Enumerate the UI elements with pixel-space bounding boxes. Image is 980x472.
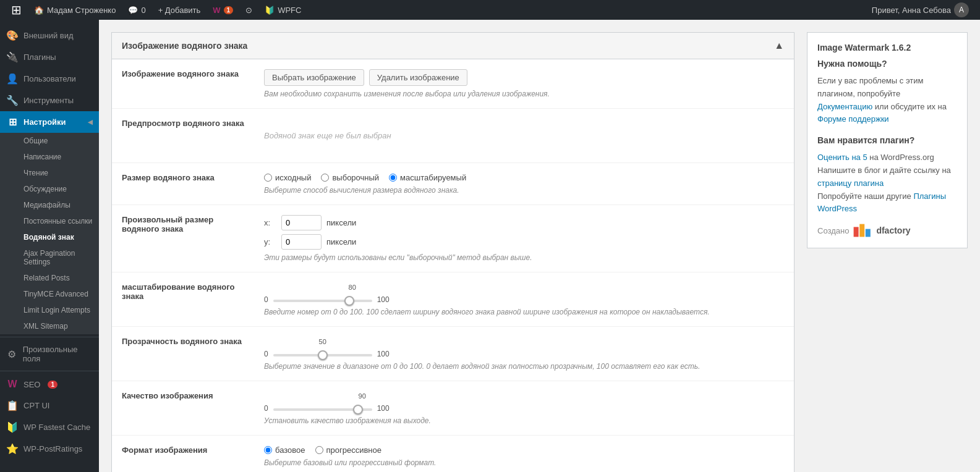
submenu-writing[interactable]: Написание	[0, 149, 99, 165]
radio-custom[interactable]: выборочный	[321, 173, 379, 182]
settings-panel: Изображение водяного знака ▲ Изображение…	[111, 32, 795, 472]
transparency-value: 50	[319, 338, 326, 345]
watermark-preview-text: Водяной знак еще не был выбран	[264, 119, 784, 153]
wpfc-link[interactable]: 🔰 WPFC	[258, 0, 307, 20]
greeting-text: Привет, Анна Себова	[872, 6, 951, 15]
radio-original[interactable]: исходный	[264, 173, 311, 182]
transparency-max: 100	[377, 350, 390, 358]
sidebar-item-users[interactable]: 👤 Пользователи	[0, 68, 99, 90]
comments-link[interactable]: 💬 0	[122, 0, 151, 20]
tools-icon: 🔧	[6, 95, 19, 106]
sidebar-item-seo[interactable]: W SEO 1	[0, 374, 99, 395]
sidebar-item-custom-fields[interactable]: ⚙ Произвольные поля	[0, 340, 99, 368]
label-scale: масштабирование водяного знака	[122, 282, 234, 301]
format-radio-group: базовое прогрессивное	[264, 445, 784, 455]
submenu-media[interactable]: Медиафайлы	[0, 197, 99, 213]
submenu-related-posts[interactable]: Related Posts	[0, 270, 99, 286]
transparency-desc: Выберите значение в диапазоне от 0 до 10…	[264, 362, 784, 371]
quality-slider-container: 90	[273, 403, 372, 413]
transparency-slider[interactable]	[273, 354, 372, 356]
quality-slider-row: 0 90 100	[264, 403, 784, 413]
submenu-limit-login[interactable]: Limit Login Attempts	[0, 302, 99, 318]
wpfc-icon: 🔰	[265, 6, 275, 15]
transparency-slider-row: 0 50 100	[264, 349, 784, 358]
scale-slider-wrap: 0 80 100	[264, 295, 784, 304]
dfactory-logo: Создано dfactory	[817, 223, 957, 238]
row-format: Формат изображения базовое	[112, 436, 794, 473]
wp-icon: ⊞	[11, 2, 22, 17]
monitor-link[interactable]: ⊙	[239, 0, 258, 20]
radio-progressive[interactable]: прогрессивное	[315, 445, 382, 455]
transparency-min: 0	[264, 350, 268, 358]
submenu-reading[interactable]: Чтение	[0, 165, 99, 181]
submenu-general[interactable]: Общие	[0, 133, 99, 149]
postratings-icon: ⭐	[6, 443, 19, 455]
sidebar-item-plugins[interactable]: 🔌 Плагины	[0, 46, 99, 68]
x-input-row: x: пиксели	[264, 215, 784, 230]
radio-scale[interactable]: масштабируемый	[389, 173, 466, 182]
submenu-watermark[interactable]: Водяной знак	[0, 229, 99, 245]
quality-min: 0	[264, 404, 268, 413]
settings-icon: ⊞	[6, 116, 19, 128]
created-label: Создано	[817, 226, 849, 235]
settings-arrow: ◀	[88, 119, 93, 125]
transparency-slider-container: 50	[273, 349, 372, 358]
plugin-page-link[interactable]: страницу плагина	[817, 179, 884, 188]
select-image-button[interactable]: Выбрать изображение	[264, 69, 364, 86]
side-panel: Image Watermark 1.6.2 Нужна помощь? Если…	[807, 32, 968, 472]
users-icon: 👤	[6, 73, 19, 85]
size-desc: Выберите способ вычисления размера водян…	[264, 186, 784, 195]
write-text: Напишите в блог и дайте ссылку на страни…	[817, 164, 957, 190]
yoast-seo[interactable]: W 1	[207, 0, 239, 20]
doc-link[interactable]: Документацию	[817, 102, 872, 111]
sidebar-item-tools[interactable]: 🔧 Инструменты	[0, 90, 99, 111]
submenu-ajax-pagination[interactable]: Ajax Pagination Settings	[0, 245, 99, 270]
settings-table: Изображение водяного знака Выбрать изобр…	[112, 59, 794, 472]
submenu-discussion[interactable]: Обсуждение	[0, 181, 99, 197]
avatar: А	[954, 2, 969, 17]
scale-slider[interactable]	[273, 300, 372, 302]
submenu-tinymce[interactable]: TinyMCE Advanced	[0, 286, 99, 302]
sidebar-item-appearance[interactable]: 🎨 Внешний вид	[0, 25, 99, 46]
sidebar-item-wp-postratings[interactable]: ⭐ WP-PostRatings	[0, 438, 99, 460]
add-new[interactable]: + Добавить	[152, 0, 207, 20]
format-desc: Выберите базовый или прогрессивный форма…	[264, 458, 784, 467]
admin-bar: ⊞ 🏠 Мадам Строженко 💬 0 + Добавить W 1 ⊙…	[0, 0, 980, 20]
rate-link[interactable]: Оценить на 5	[817, 153, 867, 162]
y-input[interactable]	[281, 234, 322, 250]
label-preview: Предпросмотр водяного знака	[122, 119, 244, 128]
submenu-permalink[interactable]: Постоянные ссылки	[0, 213, 99, 229]
dfactory-text: dfactory	[876, 225, 910, 235]
forum-link[interactable]: Форуме поддержки	[817, 114, 889, 124]
radio-basic[interactable]: базовое	[264, 445, 305, 455]
y-input-row: y: пиксели	[264, 234, 784, 250]
comments-icon: 💬	[128, 6, 138, 15]
wp-logo[interactable]: ⊞	[5, 0, 28, 20]
yoast-icon: W	[213, 6, 220, 15]
label-image: Изображение водяного знака	[122, 69, 239, 78]
sidebar-item-settings[interactable]: ⊞ Настройки ◀	[0, 111, 99, 133]
quality-slider[interactable]	[273, 408, 372, 411]
monitor-icon: ⊙	[245, 6, 252, 15]
x-input[interactable]	[281, 215, 322, 230]
home-icon: 🏠	[34, 6, 44, 15]
row-quality: Качество изображения 0 90	[112, 381, 794, 436]
sidebar-item-cpt-ui[interactable]: 📋 CPT UI	[0, 395, 99, 416]
row-preview: Предпросмотр водяного знака Водяной знак…	[112, 109, 794, 163]
remove-image-button[interactable]: Удалить изображение	[369, 69, 467, 86]
submenu-xml-sitemap[interactable]: XML Sitemap	[0, 318, 99, 334]
sidebar-item-wp-fastest-cache[interactable]: 🔰 WP Fastest Cache	[0, 416, 99, 438]
site-name[interactable]: 🏠 Мадам Строженко	[28, 0, 122, 20]
label-quality: Качество изображения	[122, 391, 213, 400]
plugin-info-box: Image Watermark 1.6.2 Нужна помощь? Если…	[807, 32, 968, 248]
dfactory-icon	[853, 223, 872, 238]
scale-value: 80	[349, 284, 356, 291]
help-text: Если у вас проблемы с этим плагином, поп…	[817, 75, 957, 126]
scale-desc: Введите номер от 0 до 100. 100 сделает ш…	[264, 308, 784, 316]
scale-max: 100	[377, 295, 390, 304]
scale-min: 0	[264, 295, 268, 304]
row-transparency: Прозрачность водяного знака 0 50	[112, 327, 794, 381]
quality-value: 90	[359, 392, 366, 400]
seo-icon: W	[6, 379, 19, 390]
collapse-button[interactable]: ▲	[774, 40, 784, 51]
